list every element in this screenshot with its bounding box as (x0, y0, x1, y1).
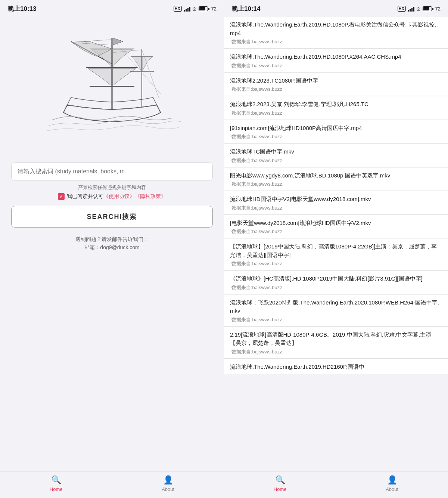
nav-about-right[interactable]: 👤 About (386, 475, 398, 492)
privacy-link[interactable]: 《隐私政策》 (135, 193, 166, 199)
result-item[interactable]: 2.19[流浪地球]高清版HD-1080P-4.6GB。2019.中国大陆.科幻… (224, 327, 448, 359)
result-source: 数据来自:bajswws.buzz (230, 284, 442, 291)
result-title: 流浪地球2.2023.吴京.刘德华.李雪健.宁理.郭凡.H265.TC (230, 100, 442, 109)
bottom-nav-right: 🔍 Home 👤 About (224, 471, 448, 498)
nav-home-right[interactable]: 🔍 Home (274, 475, 287, 492)
nav-about-left[interactable]: 👤 About (162, 475, 174, 492)
status-bar-left: 晚上10:13 HD ⊙ 72 (0, 0, 224, 15)
battery-percent-left: 72 (211, 6, 217, 12)
result-source: 数据来自:bajswws.buzz (230, 110, 442, 117)
result-title: 流浪地球2.2023.TC1080P.国语中字 (230, 77, 442, 85)
result-source: 数据来自:bajswws.buzz (230, 260, 442, 267)
result-item[interactable]: 流浪地球HD国语中字V2[电影天堂www.dy2018.com].mkv 数据来… (224, 191, 448, 215)
result-source: 数据来自:bajswws.buzz (230, 86, 442, 93)
result-item[interactable]: [91xinpian.com]流浪地球HD1080P高清国语中字.mp4 数据来… (224, 120, 448, 144)
search-button[interactable]: SEARCHI搜索 (11, 206, 213, 228)
contact-line1: 遇到问题？请发邮件告诉我们： (75, 235, 149, 243)
battery-left (199, 6, 209, 11)
result-source: 数据来自:bajswws.buzz (230, 157, 442, 164)
result-title: 【流浪地球】[2019中国大陆.科幻，高清版1080P-4.22GB][主演：吴… (230, 242, 442, 259)
status-bar-right: 晚上10:14 HD ⊙ 72 (224, 0, 448, 15)
contact-info: 遇到问题？请发邮件告诉我们： 邮箱：dog9@duck.com (75, 235, 149, 252)
result-title: 流浪地球HD国语中字V2[电影天堂www.dy2018.com].mkv (230, 195, 442, 204)
status-icons-left: HD ⊙ 72 (174, 6, 217, 12)
home-icon-left: 🔍 (51, 475, 61, 485)
result-item[interactable]: 流浪地球.The.Wandering.Earth.2019.HD.1080P.看… (224, 17, 448, 49)
about-icon-left: 👤 (163, 475, 173, 485)
result-item[interactable]: 流浪地球2.2023.TC1080P.国语中字 数据来自:bajswws.buz… (224, 73, 448, 96)
search-input[interactable] (11, 163, 213, 180)
contact-line2: 邮箱：dog9@duck.com (75, 243, 149, 251)
result-title: 2.19[流浪地球]高清版HD-1080P-4.6GB。2019.中国大陆.科幻… (230, 331, 442, 347)
signal-icon-right (408, 6, 414, 12)
hd-icon-right: HD (398, 6, 406, 12)
result-source: 数据来自:bajswws.buzz (230, 205, 442, 211)
status-time-right: 晚上10:14 (231, 4, 260, 13)
result-source: 数据来自:bajswws.buzz (230, 181, 442, 188)
nav-home-label-right: Home (274, 486, 287, 492)
nav-about-label-left: About (162, 486, 174, 492)
result-title: 流浪地球TC国语中字.mkv (230, 148, 442, 156)
status-icons-right: HD ⊙ 72 (398, 6, 441, 12)
nav-about-label-right: About (386, 486, 398, 492)
result-item[interactable]: 流浪地球.The.Wandering.Earth.2019.HD2160P.国语… (224, 359, 448, 375)
wifi-icon-right: ⊙ (416, 6, 421, 12)
result-item[interactable]: 流浪地球TC国语中字.mkv 数据来自:bajswws.buzz (224, 144, 448, 167)
result-title: 阳光电影www.ygdy8.com.流浪地球.BD.1080p.国语中英双字.m… (230, 171, 442, 180)
signal-icon-left (184, 6, 190, 12)
status-time-left: 晚上10:13 (7, 4, 36, 13)
result-title: 流浪地球.The.Wandering.Earth.2019.HD.1080P.X… (230, 53, 442, 61)
about-icon-right: 👤 (387, 475, 397, 485)
result-title: [91xinpian.com]流浪地球HD1080P高清国语中字.mp4 (230, 124, 442, 133)
result-item[interactable]: 阳光电影www.ygdy8.com.流浪地球.BD.1080p.国语中英双字.m… (224, 168, 448, 191)
result-item[interactable]: 流浪地球.The.Wandering.Earth.2019.HD.1080P.X… (224, 49, 448, 72)
results-list: 流浪地球.The.Wandering.Earth.2019.HD.1080P.看… (224, 15, 448, 471)
left-main-content: 严禁检索任何违规关键字和内容 我已阅读并认可《使用协议》《隐私政策》 SEARC… (0, 15, 224, 471)
result-title: 流浪地球.The.Wandering.Earth.2019.HD.1080P.看… (230, 21, 442, 37)
agreement-text: 我已阅读并认可《使用协议》《隐私政策》 (67, 193, 166, 200)
result-title: 流浪地球.The.Wandering.Earth.2019.HD2160P.国语… (230, 363, 442, 371)
result-title: 《流浪地球》[HC高清版].HD.1080P.2019中国大陆.科幻[影片3.9… (230, 275, 442, 283)
ship-illustration (41, 19, 183, 155)
wifi-icon-left: ⊙ (192, 6, 197, 12)
nav-home-left[interactable]: 🔍 Home (50, 475, 63, 492)
result-item[interactable]: 流浪地球：飞跃2020特别版.The.Wandering.Earth.2020.… (224, 295, 448, 327)
result-item[interactable]: [电影天堂www.dy2018.com]流浪地球HD国语中字V2.mkv 数据来… (224, 215, 448, 239)
right-phone: 晚上10:14 HD ⊙ 72 流浪地球.The.Wandering.Earth… (224, 0, 448, 498)
hd-icon-left: HD (174, 6, 182, 12)
result-title: [电影天堂www.dy2018.com]流浪地球HD国语中字V2.mkv (230, 219, 442, 228)
nav-home-label-left: Home (50, 486, 63, 492)
battery-percent-right: 72 (435, 6, 441, 12)
result-title: 流浪地球：飞跃2020特别版.The.Wandering.Earth.2020.… (230, 299, 442, 315)
left-phone: 晚上10:13 HD ⊙ 72 (0, 0, 224, 498)
battery-right (423, 6, 433, 11)
result-item[interactable]: 《流浪地球》[HC高清版].HD.1080P.2019中国大陆.科幻[影片3.9… (224, 271, 448, 294)
agreement-checkbox[interactable] (58, 193, 65, 200)
result-item[interactable]: 流浪地球2.2023.吴京.刘德华.李雪健.宁理.郭凡.H265.TC 数据来自… (224, 96, 448, 120)
agreement-row: 我已阅读并认可《使用协议》《隐私政策》 (58, 193, 166, 200)
result-source: 数据来自:bajswws.buzz (230, 228, 442, 235)
terms-link[interactable]: 《使用协议》 (103, 193, 135, 199)
result-source: 数据来自:bajswws.buzz (230, 62, 442, 69)
home-icon-right: 🔍 (275, 475, 285, 485)
disclaimer-text: 严禁检索任何违规关键字和内容 (78, 184, 146, 191)
result-source: 数据来自:bajswws.buzz (230, 133, 442, 140)
result-item[interactable]: 【流浪地球】[2019中国大陆.科幻，高清版1080P-4.22GB][主演：吴… (224, 239, 448, 270)
result-source: 数据来自:bajswws.buzz (230, 316, 442, 323)
result-source: 数据来自:bajswws.buzz (230, 38, 442, 45)
result-source: 数据来自:bajswws.buzz (230, 349, 442, 355)
bottom-nav-left: 🔍 Home 👤 About (0, 471, 224, 498)
